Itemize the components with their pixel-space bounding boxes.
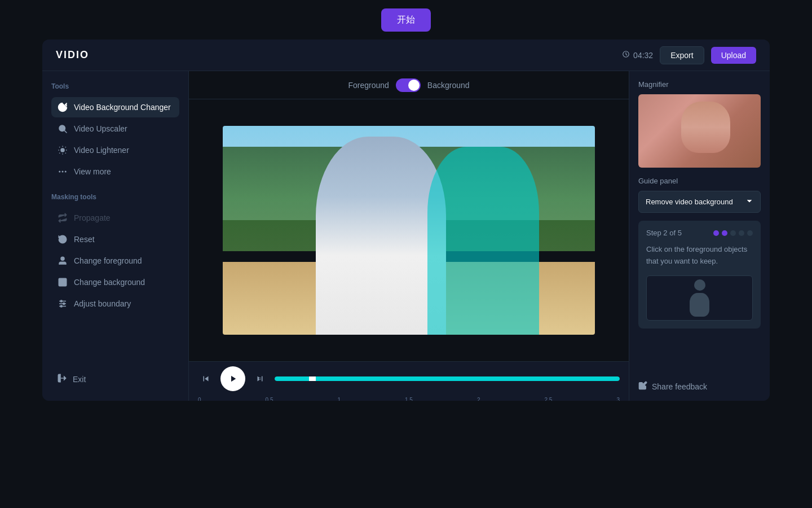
play-button[interactable] xyxy=(220,366,245,391)
exit-label: Exit xyxy=(73,375,86,384)
svg-rect-18 xyxy=(59,278,67,286)
timeline-filled xyxy=(275,376,620,381)
exit-icon xyxy=(57,373,67,385)
app-header: VIDIO 04:32 Export Upload xyxy=(42,40,770,71)
timeline-label-25: 2.5 xyxy=(545,397,553,401)
sidebar-item-label-propagate: Propagate xyxy=(74,213,111,222)
video-area: Foreground Background xyxy=(189,71,629,401)
magnifier-content xyxy=(638,94,761,168)
feedback-icon xyxy=(638,381,647,392)
sidebar-item-label-change-bg: Change background xyxy=(74,278,145,287)
controls-row xyxy=(198,366,620,391)
right-panel: Magnifier Guide panel Remove video backg… xyxy=(629,71,770,401)
fg-bg-toggle[interactable] xyxy=(396,78,421,92)
step-illustration xyxy=(646,275,753,321)
sidebar-item-upscaler[interactable]: Video Upscaler xyxy=(51,119,179,139)
svg-point-17 xyxy=(61,257,64,260)
dot-5 xyxy=(747,230,753,236)
step-description: Click on the foreground objects that you… xyxy=(646,244,753,268)
step-header: Step 2 of 5 xyxy=(646,229,753,237)
video-toolbar: Foreground Background xyxy=(189,71,629,99)
svg-line-12 xyxy=(59,153,60,154)
background-label: Background xyxy=(427,81,470,90)
video-canvas[interactable] xyxy=(189,99,629,361)
guide-dropdown[interactable]: Remove video background xyxy=(638,191,761,213)
sidebar-item-label-lightener: Video Lightener xyxy=(74,146,129,155)
sidebar-item-view-more[interactable]: View more xyxy=(51,161,179,182)
guide-step-box: Step 2 of 5 Click on the foreground obje… xyxy=(638,221,761,329)
step-dots xyxy=(713,230,753,236)
change-fg-icon xyxy=(57,255,68,266)
silhouette-head xyxy=(694,279,705,291)
masking-section-label: Masking tools xyxy=(51,193,179,201)
upscaler-icon xyxy=(57,123,68,134)
sidebar-item-adjust-boundary[interactable]: Adjust boundary xyxy=(51,294,179,314)
svg-point-15 xyxy=(62,171,64,173)
svg-point-3 xyxy=(61,127,64,130)
sidebar: Tools Video Background Changer Video Ups… xyxy=(42,71,189,401)
app-body: Tools Video Background Changer Video Ups… xyxy=(42,71,770,401)
bg-changer-icon xyxy=(57,102,68,113)
svg-point-14 xyxy=(59,171,60,173)
timeline-thumb[interactable] xyxy=(309,376,316,381)
upload-button[interactable]: Upload xyxy=(711,47,756,64)
person-right-masked xyxy=(427,147,539,335)
sidebar-item-label-adjust-boundary: Adjust boundary xyxy=(74,299,131,308)
svg-point-22 xyxy=(60,300,62,302)
sidebar-item-label-view-more: View more xyxy=(74,167,111,176)
sidebar-item-label-change-fg: Change foreground xyxy=(74,256,142,265)
sidebar-item-lightener[interactable]: Video Lightener xyxy=(51,140,179,160)
timeline-label-3: 3 xyxy=(616,397,620,401)
svg-point-24 xyxy=(60,305,62,307)
reset-icon xyxy=(57,234,68,245)
guide-panel-section: Guide panel Remove video background Step… xyxy=(638,177,761,329)
magnifier-section: Magnifier xyxy=(638,80,761,168)
time-display: 04:32 xyxy=(622,50,653,60)
top-bar: 开始 xyxy=(0,0,812,40)
magnifier-box xyxy=(638,94,761,168)
timeline-container[interactable] xyxy=(275,376,620,381)
export-button[interactable]: Export xyxy=(660,46,704,64)
app-logo: VIDIO xyxy=(56,49,89,61)
person-left xyxy=(316,137,446,335)
timeline-label-1: 1 xyxy=(337,397,341,401)
more-icon xyxy=(57,166,68,177)
share-feedback-button[interactable]: Share feedback xyxy=(638,376,761,392)
silhouette-body xyxy=(690,293,709,317)
propagate-icon xyxy=(57,212,68,224)
svg-point-23 xyxy=(63,303,65,305)
sidebar-item-change-fg[interactable]: Change foreground xyxy=(51,251,179,271)
main-container: VIDIO 04:32 Export Upload Tools Vide xyxy=(42,40,770,401)
svg-line-4 xyxy=(64,130,67,133)
timeline-label-0: 0 xyxy=(198,397,201,401)
guide-dropdown-value: Remove video background xyxy=(646,198,733,206)
timeline-label-15: 1.5 xyxy=(405,397,413,401)
skip-back-button[interactable] xyxy=(198,371,214,387)
exit-button[interactable]: Exit xyxy=(51,369,179,389)
video-controls: 0 0.5 1 1.5 2 2.5 3 xyxy=(189,361,629,401)
skip-forward-button[interactable] xyxy=(252,371,268,387)
sidebar-top: Tools Video Background Changer Video Ups… xyxy=(51,82,179,315)
svg-line-8 xyxy=(59,147,60,147)
adjust-boundary-icon xyxy=(57,298,68,309)
sidebar-item-change-bg[interactable]: Change background xyxy=(51,272,179,292)
share-feedback-label: Share feedback xyxy=(652,382,707,391)
timeline-labels: 0 0.5 1 1.5 2 2.5 3 xyxy=(198,397,620,401)
start-button[interactable]: 开始 xyxy=(381,8,431,32)
timeline-bar[interactable] xyxy=(275,376,620,381)
sidebar-footer: Exit xyxy=(51,360,179,389)
header-right: 04:32 Export Upload xyxy=(622,46,756,64)
sidebar-item-propagate[interactable]: Propagate xyxy=(51,208,179,228)
dot-4 xyxy=(739,230,744,236)
guide-panel-title: Guide panel xyxy=(638,177,761,185)
video-frame xyxy=(223,126,595,335)
foreground-label: Foreground xyxy=(348,81,389,90)
magnifier-face xyxy=(681,102,730,153)
timeline-label-05: 0.5 xyxy=(266,397,273,401)
sidebar-item-label-reset: Reset xyxy=(74,235,95,244)
dot-1 xyxy=(713,230,719,236)
sidebar-item-bg-changer[interactable]: Video Background Changer xyxy=(51,97,179,117)
chevron-down-icon xyxy=(745,197,753,207)
sidebar-item-reset[interactable]: Reset xyxy=(51,229,179,249)
timeline-label-2: 2 xyxy=(477,397,480,401)
